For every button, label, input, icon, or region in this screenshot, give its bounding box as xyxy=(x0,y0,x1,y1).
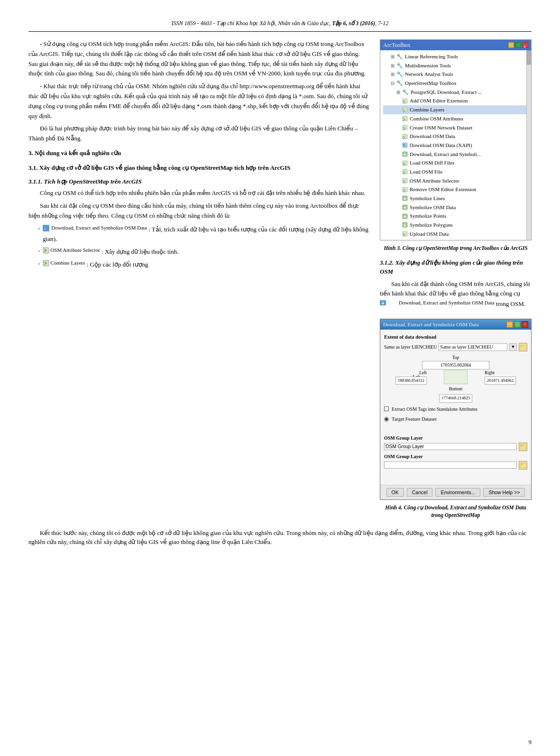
arcgis-remove-osm-editor[interactable]: Remove OSM Editor Extension xyxy=(383,185,528,194)
para-two-methods: Đó là hai phương pháp được trình bày tro… xyxy=(28,124,370,144)
download-tool-ref: ↓ Download, Extract and Symbolize OSM Da… xyxy=(43,224,147,232)
arcgis-multidim-tools[interactable]: ⊞ 🔧 Multidimension Tools xyxy=(383,61,528,70)
tool-icon-network xyxy=(402,125,408,130)
bottom-left-col xyxy=(28,319,370,525)
arcgis-download-osm[interactable]: Download OSM Data xyxy=(383,132,528,141)
arcgis-symbolize-osm[interactable]: Symbolize OSM Data xyxy=(383,203,528,212)
dialog-env-btn[interactable]: Environments... xyxy=(435,488,480,497)
dialog-ok-btn[interactable]: OK xyxy=(386,488,404,497)
bottom-coord-value[interactable]: 1774668.214825 xyxy=(439,394,473,403)
arcgis-symbolize-lines[interactable]: Symbolize Lines xyxy=(383,194,528,203)
folder-icon-network: 🔧 xyxy=(396,70,403,79)
bullet-2-suffix: : Xây dựng dữ liệu thuộc tính. xyxy=(101,248,178,255)
fig4-caption-bold: Hình 4. Công cụ Download, Extract and Sy… xyxy=(385,505,526,518)
osm-attr-label: OSM Attribute Selector xyxy=(50,246,100,255)
dialog-title: Download, Extract and Symbolize OSM Data xyxy=(383,321,479,329)
svg-text:S: S xyxy=(403,143,405,148)
tool-icon-sym-lines xyxy=(402,195,408,201)
arcgis-load-osm-diff[interactable]: Load OSM Diff Files xyxy=(383,158,528,167)
expand-icon-postgresql: ⊞ xyxy=(396,88,400,96)
page: ISSN 1859 - 4603 - Tạp chí Khoa học Xã h… xyxy=(0,0,560,756)
load-osm-file-label: Load OSM File xyxy=(410,167,442,176)
osm-group-folder-btn-1[interactable]: 📁 xyxy=(519,443,527,451)
coord-grid: Top 1705955.802084 Left Left 188386.8543… xyxy=(384,354,527,393)
arcgis-linear-tools[interactable]: ⊞ 🔧 Linear Referencing Tools xyxy=(383,52,528,61)
left-coord-value[interactable]: 188386.854312 xyxy=(395,377,427,385)
arcgis-symbolize-polygons[interactable]: Symbolize Polygons xyxy=(383,221,528,230)
tool-icon-diff xyxy=(402,160,408,166)
dialog-maximize[interactable]: □ xyxy=(514,321,521,328)
target-label: Target Feature Dataset xyxy=(392,415,437,423)
arcgis-upload-osm[interactable]: Upload OSM Data xyxy=(383,230,528,239)
arcgis-osm-attr-selector[interactable]: OSM Attribute Selector xyxy=(383,176,528,185)
section-312-title: 3.1.2. Xây dựng dữ liệu không gian của g… xyxy=(380,258,532,277)
collapse-icon-osm: ⊟ xyxy=(391,79,395,87)
osm-group-input-field-1[interactable] xyxy=(384,443,517,450)
scrollbar[interactable] xyxy=(526,50,531,240)
right-coord-value[interactable]: 201871.494962 xyxy=(485,377,516,385)
arcgis-network-tools[interactable]: ⊞ 🔧 Network Analyst Tools xyxy=(383,70,528,79)
tool-icon-sym-osm xyxy=(402,204,408,210)
para-right-text-1: Sau khi cài đặt thành công OSM trên ArcG… xyxy=(380,280,530,297)
bullet-3-suffix: : Gộp các lớp đối tượng xyxy=(87,261,148,268)
bullet-3-text: Combine Layers : Gộp các lớp đối tượng xyxy=(43,259,370,270)
fig4-caption: Hình 4. Công cụ Download, Extract and Sy… xyxy=(380,504,532,519)
dialog-spacer xyxy=(384,471,527,481)
bullet-download: - ↓ Download, Extract and Symbolize OSM … xyxy=(28,224,370,244)
arcgis-symbolize-points[interactable]: Symbolize Points xyxy=(383,212,528,221)
osm-attr-selector-label: OSM Attribute Selector xyxy=(410,176,459,185)
symbolize-lines-label: Symbolize Lines xyxy=(410,194,445,203)
osm-group-input-2: 📁 xyxy=(384,461,527,470)
minimize-btn[interactable] xyxy=(508,42,514,48)
same-as-dropdown-btn[interactable]: ▼ xyxy=(509,343,517,351)
dialog-cancel-btn[interactable]: Cancel xyxy=(407,488,433,497)
extract-checkbox[interactable] xyxy=(384,406,389,411)
expand-icon-network: ⊞ xyxy=(391,70,395,78)
download-tool-inline: Download, Extract and Symbolize OSM Data xyxy=(380,299,495,307)
symbolize-points-label: Symbolize Points xyxy=(410,212,446,221)
arcgis-load-osm-file[interactable]: Load OSM File xyxy=(383,167,528,176)
osm-attr-icon xyxy=(43,247,49,254)
osm-group-input-field-2[interactable] xyxy=(384,461,517,469)
dialog-close[interactable]: × xyxy=(522,321,528,328)
arcgis-add-osm-editor[interactable]: Add OSM Editor Extension xyxy=(383,96,528,105)
arcgis-postgresql-folder[interactable]: ⊞ 🔧 PostgreSQL Download, Extract ... xyxy=(383,88,528,97)
scrollbar-thumb[interactable] xyxy=(527,50,531,65)
same-as-layer-row: Same as layer LIENCHIEU Same as layer LI… xyxy=(384,343,527,351)
target-radio[interactable] xyxy=(384,417,389,422)
osm-group-folder-btn-2[interactable]: 📁 xyxy=(519,461,527,470)
upload-osm-label: Upload OSM Data xyxy=(410,230,449,239)
arctoolbox-title: ArcToolbox xyxy=(383,41,411,49)
bottom-two-col: Download, Extract and Symbolize OSM Data… xyxy=(28,319,532,525)
para-osm-arcgis: - Sử dụng công cụ OSM tích hợp trong phầ… xyxy=(28,39,370,79)
remove-osm-editor-label: Remove OSM Editor Extension xyxy=(410,185,476,194)
dialog-minimize[interactable]: ─ xyxy=(506,321,513,328)
arcgis-osm-toolbox[interactable]: ⊟ 🔧 OpenStreetMap Toolbox xyxy=(383,79,528,88)
dialog-help-btn[interactable]: Show Help >> xyxy=(483,488,525,497)
network-tools-label: Network Analyst Tools xyxy=(405,70,453,79)
fig3-caption: Hình 3. Công cụ OpenStreetMap trong ArcT… xyxy=(380,244,532,252)
folder-icon-osm: 🔧 xyxy=(396,79,403,88)
right-coord-group: Right 201871.494962 xyxy=(485,369,527,385)
maximize-btn[interactable] xyxy=(515,42,521,48)
osm-toolbox-label: OpenStreetMap Toolbox xyxy=(405,79,457,88)
arcgis-create-network[interactable]: Create OSM Network Dataset xyxy=(383,123,528,132)
arcgis-combine-osm-attrs[interactable]: Combine OSM Attributes xyxy=(383,114,528,123)
top-value[interactable]: 1705955.802084 xyxy=(422,361,489,369)
top-label: Top xyxy=(422,354,489,361)
bullet-2-text: OSM Attribute Selector : Xây dựng dữ liệ… xyxy=(43,246,370,257)
bullet-dash-3: - xyxy=(34,259,40,269)
spacer xyxy=(384,425,527,433)
arcgis-download-osm-xapi[interactable]: S Download OSM Data (XAPI) xyxy=(383,141,528,150)
extent-folder-btn[interactable]: 📁 xyxy=(519,343,527,351)
download-osm-label: Download OSM Data xyxy=(410,132,455,141)
close-btn[interactable]: × xyxy=(523,42,528,48)
arcgis-combine-layers[interactable]: Combine Layers xyxy=(383,105,528,114)
svg-text:↓: ↓ xyxy=(44,226,46,231)
tool-icon-sym-points xyxy=(402,213,408,219)
tool-icon-add-editor xyxy=(402,98,408,104)
dialog-body: Extent of data download Same as layer LI… xyxy=(380,330,531,485)
tool-icon-upload xyxy=(402,231,408,237)
arcgis-download-extract-symbolize[interactable]: Download, Extract and Symboli... xyxy=(383,150,528,159)
same-as-select[interactable]: Same as layer LIENCHIEU xyxy=(439,343,507,351)
